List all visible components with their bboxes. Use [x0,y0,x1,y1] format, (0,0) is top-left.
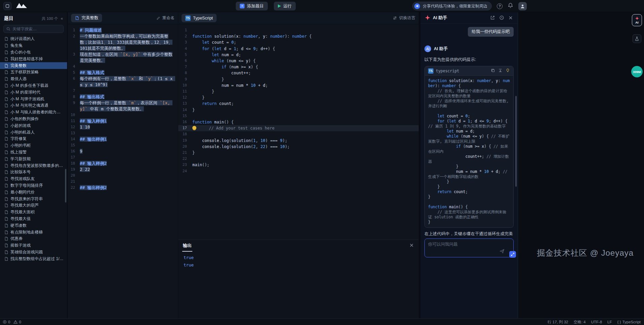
editor-line[interactable]: 5 let num = d; [178,52,419,58]
editor-line[interactable]: 192 22 [68,167,178,173]
sidebar-item[interactable]: 小包的数列操作 [0,116,67,122]
collapse-sidebar-icon[interactable]: « [61,16,63,21]
sidebar-item[interactable]: 五子棋获胜策略 [0,69,67,76]
sidebar-item[interactable]: 我好想逃却逃不掉 [0,56,67,62]
sidebar-item[interactable]: 摇骰子游戏 [0,242,67,249]
editor-line[interactable]: // 首先, 理解这个函数的目的是计算给定区间内完美整数的数量 [428,88,510,99]
output-tab[interactable]: 输出 [182,240,192,252]
editor-line[interactable]: 15 [178,113,419,119]
search-input[interactable] [12,27,60,31]
sidebar-item[interactable]: 字符修复 [0,136,67,142]
sidebar-item[interactable]: 统计说谎的人 [0,36,67,42]
editor-line[interactable]: 7 if (num >= x) { [178,64,419,70]
promo-banner[interactable]: 分享代码练习体验，领限量定制周边 [412,2,492,10]
copy-code-icon[interactable] [491,68,495,74]
run-button[interactable]: 运行 [274,2,296,10]
editor-line[interactable]: 21} [178,150,419,156]
editor-line[interactable]: 9 } [178,76,419,82]
sidebar-item[interactable]: 小明的机器人 [0,129,67,136]
editor-line[interactable]: // 这里您可以添加更多的测试用例来验证 solution 函数的正确性 [428,210,510,220]
ai-input-box[interactable] [424,239,514,257]
markdown-editor[interactable]: 1# 问题描述2一个整数如果由相同数字构成，可以称为完美整数；比如说1、11、3… [68,25,178,318]
notifications-icon[interactable] [508,2,513,10]
editor-line[interactable]: 11 } [178,88,419,95]
editor-line[interactable]: 24 [178,168,419,174]
editor-line[interactable]: 169 [68,148,178,154]
editor-line[interactable]: return count; [428,189,510,194]
editor-line[interactable]: 10 [68,112,178,118]
editor-line[interactable]: 4 [68,64,178,70]
eol-indicator[interactable]: LF [607,320,612,324]
editor-line[interactable]: 2一个整数如果由相同数字构成，可以称为完美整数；比如说1、11、333就是完美整… [68,33,178,51]
sidebar-item[interactable]: 小 M 与狼人拯救者的能力选择 [0,109,67,116]
editor-line[interactable]: 20 [68,173,178,179]
editor-line[interactable]: 21 [68,179,178,185]
editor-line[interactable]: } [428,184,510,189]
editor-line[interactable]: while (num <= y) { // 不断扩展数字, 直到超过区间上限 [428,134,510,144]
sidebar-item[interactable]: 最佳人选 [0,76,67,82]
sidebar-item[interactable]: 寻找包含斐波那契数最多的链表 [0,162,67,169]
sidebar-item[interactable]: 有点限制地走楼梯 [0,229,67,236]
warnings-indicator[interactable]: 0 [13,320,21,324]
ai-chat-scrollbar[interactable] [515,96,517,187]
sidebar-item[interactable]: 贪心的小包 [0,49,67,56]
sidebar-item[interactable]: 小超的游戏 [0,122,67,129]
editor-line[interactable]: } [428,220,510,225]
sidebar-item[interactable]: 寻找原来的字符串 [0,195,67,202]
editor-line[interactable]: 9每一个样例一行，是整数 `m`，表示区间 `[x, y]` 中有 m 个整数是… [68,100,178,112]
sidebar-item[interactable]: 硬币凑数 [0,222,67,229]
sidebar-item[interactable]: 小 M 的多任务下载器 [0,82,67,89]
editor-line[interactable]: 17 [68,154,178,160]
editor-line[interactable]: 3现在想知道，在区间 `[x, y]` 中有多少个整数是完美整数。 [68,51,178,64]
editor-line[interactable]: 20 console.log(solution(2, 22) === 10); [178,144,419,150]
editor-line[interactable]: 8## 输出格式 [68,94,178,100]
editor-line[interactable]: 6 while (num <= y) { [178,58,419,64]
editor-line[interactable]: function main() { [428,205,510,210]
editor-line[interactable]: let num = d; [428,129,510,134]
editor-line[interactable]: for (let d = 1; d <= 9; d++) { // 遍历 1 到… [428,119,510,129]
code-editor[interactable]: 1 2function solution(x: number, y: numbe… [178,25,419,240]
sidebar-item[interactable]: 数字字母间隔排序 [0,182,67,189]
sidebar-item[interactable]: 线上报警 [0,149,67,156]
editor-line[interactable]: 18 [178,131,419,137]
rename-button[interactable]: 重命名 [156,15,174,21]
editor-line[interactable]: 14} [178,107,419,113]
editor-line[interactable]: 19 console.log(solution(1, 10) === 9); [178,138,419,144]
indentation-indicator[interactable]: 空格: 4 [574,320,586,325]
history-icon[interactable] [499,15,504,20]
quota-badge[interactable]: 309M [631,66,643,77]
sidebar-item[interactable]: 学习新技能 [0,155,67,162]
help-icon[interactable] [497,3,503,9]
sidebar-item[interactable]: 寻找游戏队友 [0,176,67,182]
editor-line[interactable]: 22## 输出样例2 [68,185,178,191]
cursor-position[interactable]: 行 17, 列 32 [548,320,568,325]
sidebar-item[interactable]: 完美整数 [0,62,67,69]
editor-line[interactable]: 121 10 [68,124,178,130]
editor-line[interactable] [428,109,510,114]
editor-line[interactable]: 13 [68,130,178,136]
editor-line[interactable]: 5## 输入格式 [68,70,178,76]
editor-line[interactable]: function solution(x: number, y: number):… [428,78,510,88]
sidebar-item[interactable]: 兔生兔 [0,42,67,49]
sidebar-item[interactable]: 寻找最大面积 [0,209,67,216]
sidebar-item[interactable]: 小 M 的星球时代 [0,89,67,96]
switch-language-button[interactable]: 切换语言 [393,15,415,21]
sidebar-item[interactable]: 优惠券 [0,236,67,242]
encoding-indicator[interactable]: UTF-8 [591,320,602,324]
sidebar-item[interactable]: 小明的书柜 [0,142,67,149]
add-problem-button[interactable]: + 添加题目 [236,2,268,10]
insert-code-icon[interactable] [498,68,503,74]
suggestion-bulb-icon[interactable] [506,68,510,74]
editor-line[interactable]: 13 return count; [178,101,419,107]
editor-line[interactable]: 17 // Add your test cases here [178,125,419,131]
editor-line[interactable] [428,200,510,205]
editor-line[interactable]: 4 for (let d = 1; d <= 9; d++) { [178,46,419,52]
editor-line[interactable]: 10 num = num * 10 + d; [178,82,419,88]
close-ai-panel-icon[interactable] [508,15,513,20]
lightbulb-icon[interactable] [192,126,196,130]
editor-line[interactable]: } [428,194,510,200]
editor-line[interactable]: 8 count++; [178,70,419,76]
ai-toggle-button[interactable]: AI [632,14,642,26]
language-indicator[interactable]: { } TypeScript [617,320,641,324]
editor-line[interactable]: 22 [178,156,419,162]
